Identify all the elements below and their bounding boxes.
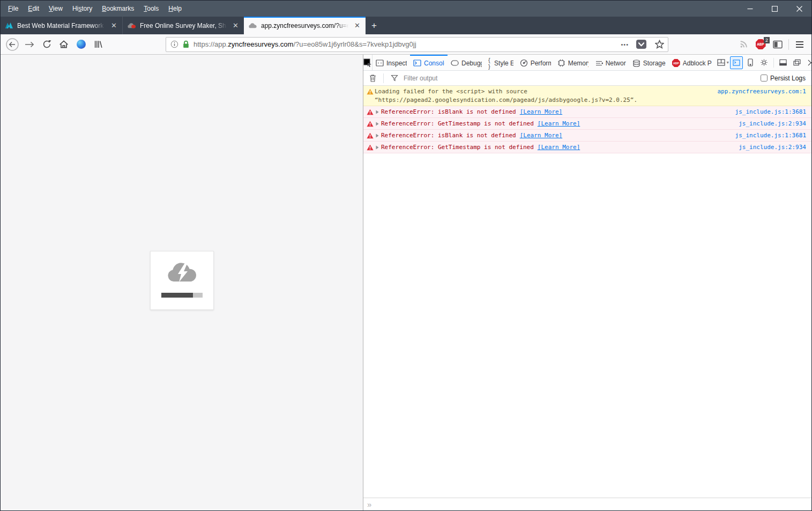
devtools-tab-performance[interactable]: Performance <box>517 55 554 70</box>
extension-button[interactable] <box>72 36 90 53</box>
dock-options-caret-icon[interactable]: ▾ <box>727 60 729 65</box>
message-source-link[interactable]: js_include.js:1:3681 <box>729 108 809 116</box>
site-info-icon[interactable] <box>170 40 178 48</box>
learn-more-link[interactable]: [Learn More] <box>538 144 580 151</box>
url-bar[interactable]: https://app.zyncfreesurveys.com/?u=eo85w… <box>166 37 668 52</box>
https-lock-icon[interactable] <box>182 40 190 48</box>
maximize-button[interactable] <box>762 1 787 17</box>
filter-settings-button[interactable] <box>388 72 401 84</box>
console-message-error[interactable]: ReferenceError: isBlank is not defined[L… <box>363 130 811 142</box>
menu-bookmarks[interactable]: Bookmarks <box>98 3 138 14</box>
library-button[interactable] <box>90 36 107 53</box>
console-prompt-icon: » <box>367 500 371 508</box>
message-source-link[interactable]: js_include.js:2:934 <box>732 120 809 128</box>
devtools-tab-console[interactable]: Console <box>410 55 448 70</box>
console-message-error[interactable]: ReferenceError: isBlank is not defined[L… <box>363 106 811 118</box>
dock-options-button[interactable] <box>715 56 728 69</box>
maximize-icon <box>772 6 778 12</box>
tab-best-web-material[interactable]: Best Web Material Framework A ✕ <box>1 17 122 34</box>
new-tab-button[interactable]: + <box>366 17 383 34</box>
devtools-tab-label: Adblock Plus <box>683 60 712 67</box>
tab-app-zyncfreesurveys[interactable]: app.zyncfreesurveys.com/?u=e ✕ <box>244 17 366 34</box>
learn-more-link[interactable]: [Learn More] <box>520 132 562 139</box>
console-message-error[interactable]: ReferenceError: GetTimestamp is not defi… <box>363 118 811 130</box>
console-message-text: ReferenceError: GetTimestamp is not defi… <box>381 120 580 128</box>
url-text[interactable]: https://app.zyncfreesurveys.com/?u=eo85w… <box>193 40 615 48</box>
devtools-tab-label: Storage <box>643 60 666 67</box>
console-input-row[interactable]: » <box>363 498 811 510</box>
menu-view[interactable]: View <box>44 3 67 14</box>
browser-window: File Edit View History Bookmarks Tools H… <box>0 0 812 511</box>
devtools-tab-storage[interactable]: Storage <box>629 55 669 70</box>
menu-hamburger-button[interactable] <box>791 36 808 53</box>
expand-arrow-icon[interactable] <box>376 122 379 126</box>
split-console-button[interactable] <box>730 56 743 69</box>
dock-to-bottom-button[interactable] <box>777 56 789 69</box>
devtools-tab-label: Memory <box>568 60 588 67</box>
warning-icon <box>367 88 374 95</box>
forward-button[interactable] <box>21 36 38 53</box>
home-button[interactable] <box>55 36 72 53</box>
main-area: Inspector Console Debugger { } Style Edi… <box>1 55 811 510</box>
devtools-tab-style-editor[interactable]: { } Style Editor <box>485 55 517 70</box>
page-actions-button[interactable]: ••• <box>619 41 631 48</box>
pick-element-button[interactable] <box>363 55 373 70</box>
menu-tools[interactable]: Tools <box>139 3 163 14</box>
tab-close-icon[interactable]: ✕ <box>353 21 361 29</box>
persist-logs-label: Persist Logs <box>770 75 806 82</box>
close-button[interactable] <box>787 1 811 17</box>
devtools-settings-button[interactable] <box>758 56 771 69</box>
learn-more-link[interactable]: [Learn More] <box>520 108 562 115</box>
devtools-tab-memory[interactable]: Memory <box>554 55 592 70</box>
split-console-icon <box>733 60 740 66</box>
webpage-viewport <box>1 55 363 510</box>
close-devtools-button[interactable] <box>804 56 812 69</box>
adblock-plus-button[interactable]: ABP 2 <box>752 36 769 53</box>
menu-edit[interactable]: Edit <box>24 3 43 14</box>
learn-more-link[interactable]: [Learn More] <box>538 120 580 127</box>
expand-arrow-icon[interactable] <box>376 134 379 138</box>
devtools-tab-debugger[interactable]: Debugger <box>448 55 485 70</box>
cloud-lightning-icon <box>165 261 200 285</box>
console-message-text: ReferenceError: isBlank is not defined[L… <box>381 108 562 116</box>
devtools-tab-inspector[interactable]: Inspector <box>373 55 410 70</box>
console-message-error[interactable]: ReferenceError: GetTimestamp is not defi… <box>363 142 811 153</box>
close-icon <box>796 6 802 12</box>
forward-icon <box>24 40 35 49</box>
message-source-link[interactable]: js_include.js:1:3681 <box>729 131 809 140</box>
filter-output-input[interactable] <box>404 75 758 82</box>
devtools-tab-network[interactable]: Network <box>592 55 629 70</box>
error-icon <box>367 132 374 139</box>
pocket-button[interactable] <box>636 40 646 49</box>
tab-free-online-survey-maker[interactable]: Free Online Survey Maker, Shar ✕ <box>122 17 244 34</box>
expand-arrow-icon[interactable] <box>376 145 379 150</box>
devtools-tab-label: Inspector <box>386 60 407 67</box>
separate-window-button[interactable] <box>791 56 803 69</box>
funnel-icon <box>391 75 398 82</box>
persist-logs-checkbox[interactable] <box>761 75 768 82</box>
menu-label: View <box>49 5 63 12</box>
minimize-button[interactable] <box>737 1 762 17</box>
message-source-link[interactable]: app.zyncfreesurveys.com:1 <box>711 87 809 96</box>
responsive-design-mode-button[interactable] <box>744 56 757 69</box>
plus-icon: + <box>371 20 377 31</box>
expand-arrow-icon[interactable] <box>376 110 379 114</box>
reload-button[interactable] <box>38 36 55 53</box>
separate-window-icon <box>793 59 801 66</box>
console-message-warning[interactable]: Loading failed for the <script> with sou… <box>363 86 811 106</box>
clear-console-button[interactable] <box>366 72 379 84</box>
tab-close-icon[interactable]: ✕ <box>232 21 240 29</box>
tab-close-icon[interactable]: ✕ <box>110 21 118 29</box>
menu-file[interactable]: File <box>4 3 23 14</box>
material-framework-logo-icon <box>5 21 13 30</box>
menu-label: Tools <box>144 5 159 12</box>
menu-help[interactable]: Help <box>164 3 186 14</box>
bookmark-star-button[interactable] <box>652 36 667 53</box>
devtools-tab-adblock-plus[interactable]: ABP Adblock Plus <box>669 55 715 70</box>
sidebars-button[interactable] <box>769 36 786 53</box>
rss-button[interactable] <box>735 36 752 53</box>
back-button[interactable] <box>4 36 21 53</box>
inspector-icon <box>376 60 384 66</box>
menu-history[interactable]: History <box>68 3 96 14</box>
message-source-link[interactable]: js_include.js:2:934 <box>732 143 809 152</box>
